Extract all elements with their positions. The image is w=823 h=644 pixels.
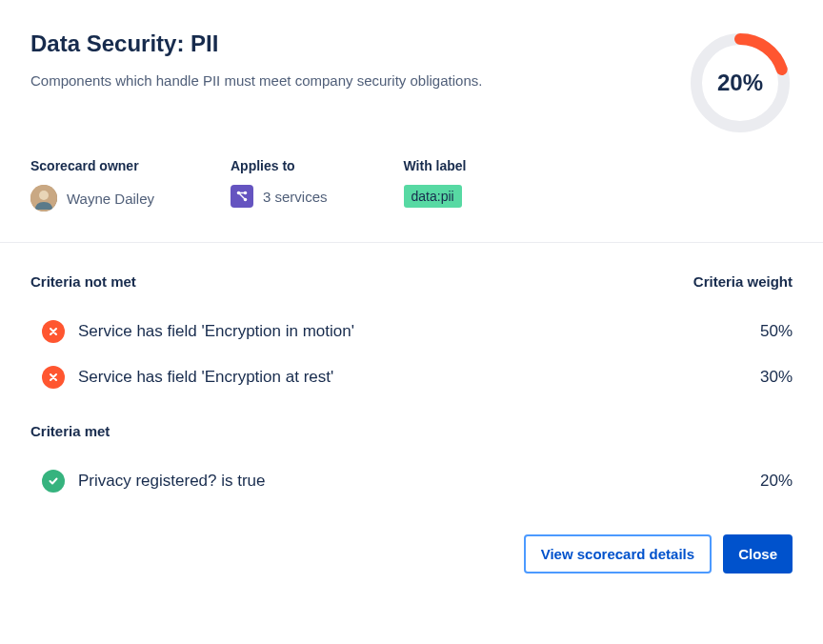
pass-icon [42,470,65,493]
applies-to-value: 3 services [263,189,328,205]
criteria-text: Privacy registered? is true [78,472,266,491]
criteria-met-title: Criteria met [30,423,110,439]
avatar [30,185,57,211]
criteria-weight-header: Criteria weight [693,273,793,290]
progress-ring: 20% [688,30,793,135]
criteria-not-met-title: Criteria not met [30,273,136,290]
criteria-weight: 20% [760,472,793,491]
criteria-text: Service has field 'Encryption at rest' [78,368,333,387]
criteria-weight: 30% [760,368,793,387]
fail-icon [42,366,65,389]
page-description: Components which handle PII must meet co… [30,72,688,89]
page-title: Data Security: PII [30,30,688,57]
fail-icon [42,320,65,343]
owner-name: Wayne Dailey [67,191,154,207]
view-scorecard-details-button[interactable]: View scorecard details [524,534,712,574]
criteria-row: Service has field 'Encryption in motion'… [30,309,793,354]
criteria-weight: 50% [760,322,793,341]
owner-label: Scorecard owner [30,158,154,173]
criteria-row: Privacy registered? is true 20% [30,458,793,504]
criteria-row: Service has field 'Encryption at rest' 3… [30,354,793,400]
svg-point-3 [39,191,49,200]
criteria-text: Service has field 'Encryption in motion' [78,322,354,341]
applies-to-label: Applies to [231,158,328,173]
close-button[interactable]: Close [723,534,793,574]
label-tag: data:pii [404,185,462,208]
with-label-label: With label [404,158,467,173]
service-icon [231,185,253,208]
progress-percent: 20% [717,70,763,96]
divider [0,242,823,243]
